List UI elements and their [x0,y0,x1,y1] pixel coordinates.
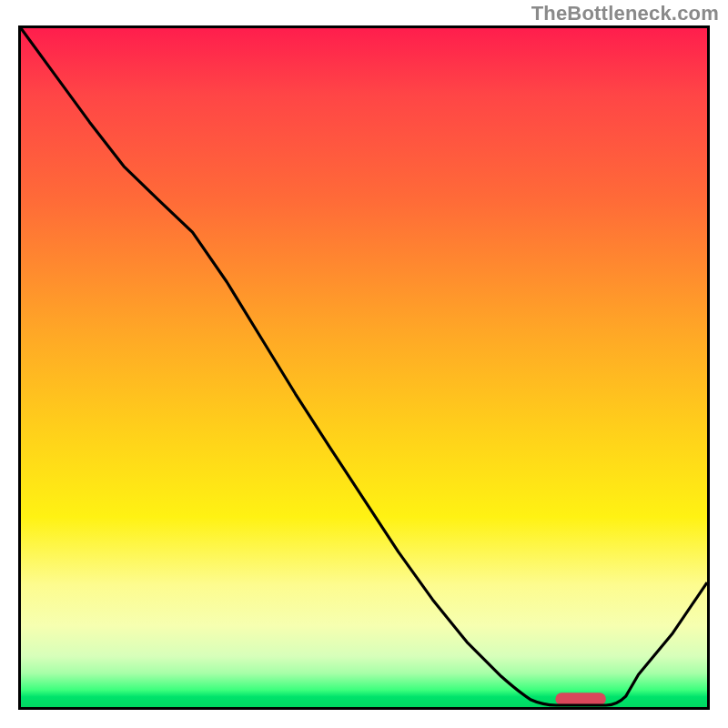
plot-frame [18,25,710,710]
plot-inner [21,28,707,707]
attribution-text: TheBottleneck.com [531,2,719,25]
optimum-marker [555,693,606,705]
bottleneck-curve [21,28,707,705]
curve-svg [21,28,707,707]
chart-stage: TheBottleneck.com [0,0,728,728]
